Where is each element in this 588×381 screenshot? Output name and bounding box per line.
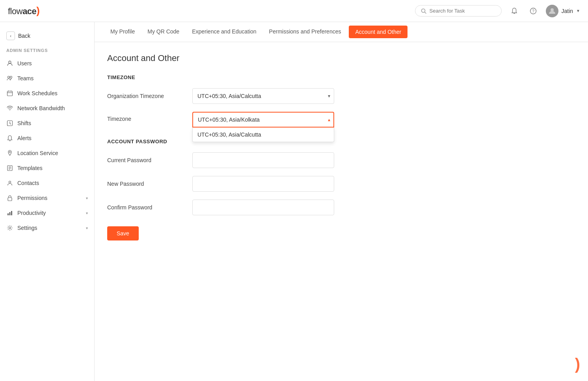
back-button[interactable]: ‹ Back xyxy=(0,28,94,43)
current-password-row: Current Password xyxy=(107,152,575,168)
svg-point-7 xyxy=(10,76,12,78)
avatar xyxy=(546,5,558,17)
svg-point-26 xyxy=(9,227,11,229)
alerts-icon xyxy=(6,135,13,142)
confirm-password-input[interactable] xyxy=(192,200,334,215)
sidebar-label-teams: Teams xyxy=(17,75,88,81)
account-password-divider: ACCOUNT PASSWORD xyxy=(107,139,575,144)
svg-line-15 xyxy=(10,124,11,124)
back-icon: ‹ xyxy=(6,31,15,40)
user-menu-chevron: ▼ xyxy=(576,9,580,13)
timezone-input[interactable] xyxy=(192,112,334,128)
productivity-chevron: ▾ xyxy=(86,211,88,215)
shifts-icon xyxy=(6,120,13,127)
current-password-input[interactable] xyxy=(192,152,334,168)
sidebar-label-network-bandwidth: Network Bandwidth xyxy=(17,105,88,111)
svg-line-1 xyxy=(424,12,426,13)
search-input[interactable] xyxy=(430,8,489,14)
sidebar-label-shifts: Shifts xyxy=(17,120,88,126)
sidebar-label-work-schedules: Work Schedules xyxy=(17,90,88,96)
svg-rect-23 xyxy=(7,213,9,215)
sidebar-label-permissions: Permissions xyxy=(17,195,82,201)
header: flowace) ? xyxy=(0,0,588,22)
calendar-icon xyxy=(6,90,13,97)
timezone-row: Timezone ▴ UTC+05:30, Asia/Calcutta xyxy=(107,112,575,128)
logo-text: flowace) xyxy=(8,5,40,17)
sidebar-item-network-bandwidth[interactable]: Network Bandwidth xyxy=(0,101,94,116)
location-icon xyxy=(6,150,13,157)
sidebar-item-settings[interactable]: Settings ▾ xyxy=(0,220,94,235)
sidebar-label-settings: Settings xyxy=(17,225,82,231)
svg-point-21 xyxy=(9,181,11,183)
page-content: Account and Other TIMEZONE Organization … xyxy=(95,42,588,252)
teams-icon xyxy=(6,75,13,82)
sidebar-label-alerts: Alerts xyxy=(17,135,88,141)
timezone-dropdown: UTC+05:30, Asia/Calcutta xyxy=(192,128,334,142)
org-timezone-select[interactable]: UTC+05:30, Asia/Calcutta xyxy=(192,88,334,104)
sidebar-item-permissions[interactable]: Permissions ▾ xyxy=(0,190,94,205)
user-icon xyxy=(6,60,13,67)
timezone-section-title: TIMEZONE xyxy=(107,74,575,80)
sidebar: ‹ Back ADMIN SETTINGS Users xyxy=(0,22,95,381)
svg-text:?: ? xyxy=(532,9,534,13)
timezone-option-calcutta[interactable]: UTC+05:30, Asia/Calcutta xyxy=(193,128,334,142)
org-timezone-row: Organization Timezone UTC+05:30, Asia/Ca… xyxy=(107,88,575,104)
lock-icon xyxy=(6,194,13,202)
confirm-password-label: Confirm Password xyxy=(107,204,186,211)
search-icon xyxy=(421,8,426,14)
sidebar-item-templates[interactable]: Templates xyxy=(0,161,94,176)
account-password-title: ACCOUNT PASSWORD xyxy=(107,139,575,144)
sidebar-item-productivity[interactable]: Productivity ▾ xyxy=(0,205,94,220)
tab-my-qr-code[interactable]: My QR Code xyxy=(141,22,186,42)
sidebar-item-alerts[interactable]: Alerts xyxy=(0,131,94,146)
tab-account-other[interactable]: Account and Other xyxy=(349,26,408,38)
sidebar-label-contacts: Contacts xyxy=(17,180,88,186)
sidebar-item-location-service[interactable]: Location Service xyxy=(0,146,94,161)
svg-point-6 xyxy=(8,76,10,78)
confirm-password-row: Confirm Password xyxy=(107,200,575,215)
svg-rect-25 xyxy=(11,211,12,215)
settings-icon xyxy=(6,224,13,231)
settings-chevron: ▾ xyxy=(86,226,88,230)
wifi-icon xyxy=(6,105,13,112)
page-title: Account and Other xyxy=(107,53,575,63)
sidebar-item-teams[interactable]: Teams xyxy=(0,71,94,86)
tab-bar: My Profile My QR Code Experience and Edu… xyxy=(95,22,588,42)
svg-rect-22 xyxy=(8,198,12,201)
sidebar-label-productivity: Productivity xyxy=(17,210,82,216)
sidebar-label-users: Users xyxy=(17,60,88,67)
back-label: Back xyxy=(18,33,30,39)
user-menu[interactable]: Jatin ▼ xyxy=(546,5,580,17)
sidebar-item-users[interactable]: Users xyxy=(0,56,94,71)
svg-point-5 xyxy=(9,61,11,63)
header-right: ? Jatin ▼ xyxy=(415,5,580,17)
svg-rect-8 xyxy=(7,91,13,96)
org-timezone-label: Organization Timezone xyxy=(107,93,186,99)
svg-point-12 xyxy=(9,110,10,111)
username: Jatin xyxy=(562,8,573,14)
sidebar-item-contacts[interactable]: Contacts xyxy=(0,176,94,190)
productivity-icon xyxy=(6,209,13,216)
new-password-label: New Password xyxy=(107,181,186,187)
templates-icon xyxy=(6,165,13,172)
save-button[interactable]: Save xyxy=(107,226,139,240)
svg-point-4 xyxy=(551,8,554,11)
search-box[interactable] xyxy=(415,5,502,17)
admin-settings-label: ADMIN SETTINGS xyxy=(0,48,94,56)
logo: flowace) xyxy=(8,5,40,17)
notification-icon[interactable] xyxy=(508,5,521,17)
svg-point-16 xyxy=(9,152,11,153)
tab-experience-education[interactable]: Experience and Education xyxy=(186,22,262,42)
timezone-input-wrapper: ▴ UTC+05:30, Asia/Calcutta xyxy=(192,112,334,128)
help-icon[interactable]: ? xyxy=(527,5,540,17)
tab-permissions-preferences[interactable]: Permissions and Preferences xyxy=(263,22,348,42)
current-password-label: Current Password xyxy=(107,157,186,163)
sidebar-item-work-schedules[interactable]: Work Schedules xyxy=(0,86,94,101)
sidebar-label-templates: Templates xyxy=(17,165,88,171)
permissions-chevron: ▾ xyxy=(86,196,88,200)
contacts-icon xyxy=(6,179,13,187)
new-password-input[interactable] xyxy=(192,176,334,192)
sidebar-item-shifts[interactable]: Shifts xyxy=(0,116,94,131)
tab-my-profile[interactable]: My Profile xyxy=(104,22,141,42)
new-password-row: New Password xyxy=(107,176,575,192)
